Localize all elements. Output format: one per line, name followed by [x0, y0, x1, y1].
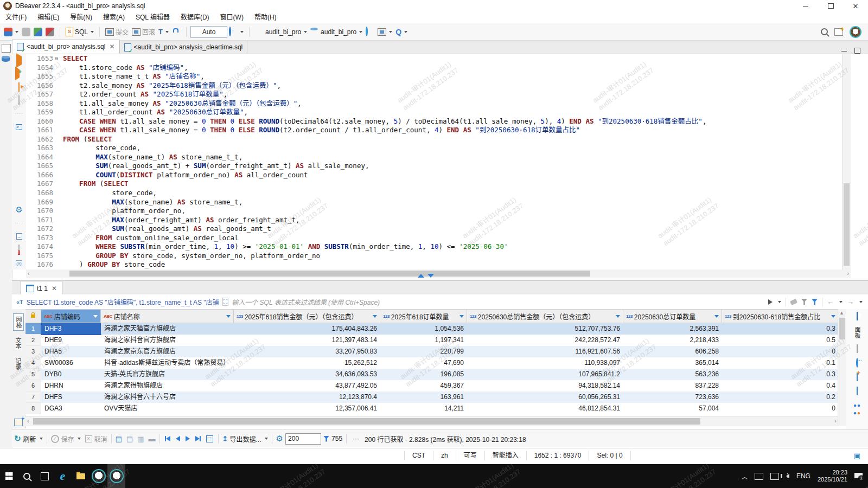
menu-item[interactable]: 导航(N)	[65, 12, 98, 23]
filter-outline-icon[interactable]	[801, 299, 807, 305]
table-cell[interactable]: 海澜之家得物旗舰店	[101, 380, 234, 391]
taskbar-search-button[interactable]	[18, 464, 36, 488]
result-settings-button[interactable]: ⚙	[274, 434, 285, 444]
table-cell[interactable]: 15,262,512	[234, 357, 380, 369]
table-cell[interactable]: 0	[722, 346, 838, 357]
delete-row-button[interactable]: ▬	[146, 435, 158, 443]
sql-console-button[interactable]: >_	[16, 123, 22, 130]
previous-row-button[interactable]	[176, 436, 180, 441]
table-cell[interactable]: 57,004	[623, 403, 722, 414]
table-row[interactable]: 5DYB0天猫-英氏官方旗舰店34,636,093.53196,085107,9…	[25, 369, 838, 380]
table-cell[interactable]: 365,014	[623, 357, 722, 369]
validate-script-button[interactable]	[18, 246, 20, 253]
column-header[interactable]: 1232025年618订单数量	[380, 309, 467, 323]
table-cell[interactable]: 107,965,841.2	[467, 369, 623, 380]
table-cell[interactable]: 抖音-adidas斯搏兹运动专卖店（常熟贸易）	[101, 357, 234, 369]
table-cell[interactable]: 459,367	[380, 380, 467, 391]
row-number-cell[interactable]: 2	[25, 335, 41, 346]
result-grid[interactable]: ABC店铺编码ABC店铺名称1232025年618销售金额（元）（包含运费）12…	[25, 309, 838, 415]
statusbar-language[interactable]: zh	[433, 451, 456, 460]
table-row[interactable]: 2DHE9海澜之家抖音官方旗舰店121,397,483.141,197,3412…	[25, 335, 838, 346]
execute-statement-button[interactable]	[16, 57, 22, 65]
sql-code-editor[interactable]: 1653⊖SELECT1654 t1.store_code AS "店铺编码",…	[26, 54, 842, 269]
row-number-cell[interactable]: 8	[25, 403, 41, 414]
chevron-down-icon[interactable]	[778, 301, 781, 303]
table-row[interactable]: 6DHRN海澜之家得物旗舰店43,877,492.05459,36794,318…	[25, 380, 838, 391]
chevron-down-icon[interactable]	[859, 301, 863, 303]
clear-filter-icon[interactable]	[790, 298, 797, 305]
database-selector[interactable]: audit_bi_pro	[309, 27, 364, 37]
table-cell[interactable]: 110,938,097	[467, 357, 623, 369]
table-cell[interactable]: 837,228	[623, 380, 722, 391]
column-header[interactable]: 1232025年618销售金额（元）（包含运费）	[234, 309, 380, 323]
table-cell[interactable]: 34,636,093.53	[234, 369, 380, 380]
minimize-button[interactable]	[793, 0, 818, 12]
table-row[interactable]: 1DHF3海澜之家天猫官方旗舰店175,404,843.261,054,5365…	[25, 323, 838, 335]
dbeaver-taskbar-button[interactable]	[90, 464, 107, 488]
save-button[interactable]: ✓保存	[49, 434, 83, 444]
table-cell[interactable]: 163,961	[380, 391, 467, 403]
usb-tray-icon[interactable]	[755, 473, 763, 480]
first-row-button[interactable]	[165, 436, 170, 441]
table-cell[interactable]: 116,921,607.56	[467, 346, 623, 357]
presentation-tab-grid[interactable]: 网格	[13, 313, 24, 331]
value-panel-button[interactable]	[857, 312, 858, 320]
chevron-down-icon[interactable]	[839, 301, 843, 303]
commit-mode-button[interactable]	[376, 27, 394, 37]
table-cell[interactable]: 0.2	[722, 391, 838, 403]
history-back-icon[interactable]: ←	[827, 298, 834, 306]
file-explorer-button[interactable]	[72, 464, 90, 488]
menu-item[interactable]: 数据库(D)	[175, 12, 215, 23]
rollback-button[interactable]: 回滚	[130, 26, 157, 37]
table-cell[interactable]: 1,054,536	[380, 323, 467, 335]
scroll-left-icon[interactable]: ‹	[27, 418, 29, 424]
network-button[interactable]	[364, 27, 376, 37]
table-cell[interactable]: 0	[722, 403, 838, 414]
table-cell[interactable]: 723,636	[623, 391, 722, 403]
scroll-up-icon[interactable]: ▲	[839, 310, 844, 316]
connect-button[interactable]	[20, 27, 32, 37]
export-result-button[interactable]: →	[16, 232, 22, 240]
internet-explorer-button[interactable]: e	[54, 464, 72, 488]
table-cell[interactable]: DGA3	[41, 403, 101, 414]
filter-input[interactable]: 输入一个 SQL 表达式来过滤结果 (使用 Ctrl+Space)	[232, 297, 768, 306]
table-cell[interactable]: 563,236	[623, 369, 722, 380]
column-header[interactable]: 12320250630总销售金额（元）（包含运费）	[467, 309, 623, 323]
column-header[interactable]: ABC店铺编码	[41, 309, 101, 323]
table-cell[interactable]: OVV天猫店	[101, 403, 234, 414]
scroll-right-icon[interactable]: ›	[834, 418, 837, 424]
table-cell[interactable]: 12,357,006.41	[234, 403, 380, 414]
table-cell[interactable]: 海澜之家天猫官方旗舰店	[101, 323, 234, 335]
transaction-mode-button[interactable]: T	[157, 27, 170, 37]
column-filter-icon[interactable]	[459, 315, 464, 318]
table-cell[interactable]: 14,211	[380, 403, 467, 414]
row-number-cell[interactable]: 5	[25, 369, 41, 380]
input-language[interactable]: ENG	[796, 472, 810, 480]
filter-icon[interactable]	[812, 299, 818, 305]
menu-item[interactable]: 文件(F)	[0, 12, 32, 23]
start-button[interactable]	[0, 464, 18, 488]
table-cell[interactable]: 0.4	[722, 380, 838, 391]
table-cell[interactable]: 606,258	[623, 346, 722, 357]
table-row[interactable]: 4SW00036抖音-adidas斯搏兹运动专卖店（常熟贸易）15,262,51…	[25, 357, 838, 369]
table-cell[interactable]: DHRN	[41, 380, 101, 391]
tx-history-button[interactable]	[227, 27, 245, 37]
table-row[interactable]: 8DGA3OVV天猫店12,357,006.4114,21146,812,854…	[25, 403, 838, 414]
table-cell[interactable]: 12,123,870.4	[234, 391, 380, 403]
open-console-icon[interactable]	[14, 419, 23, 426]
statusbar-timezone[interactable]: CST	[404, 451, 433, 460]
row-number-cell[interactable]: 6	[25, 380, 41, 391]
menu-item[interactable]: 编辑(E)	[32, 12, 65, 23]
disconnect-button[interactable]	[44, 27, 56, 37]
column-filter-icon[interactable]	[93, 315, 98, 318]
table-cell[interactable]: DHF3	[41, 323, 101, 335]
table-cell[interactable]: 220,799	[380, 346, 467, 357]
explain-plan-button[interactable]	[18, 97, 20, 104]
table-row[interactable]: 3DHA5海澜之家京东官方旗舰店33,207,950.83220,799116,…	[25, 346, 838, 357]
column-header[interactable]: 12320250630总订单数量	[623, 309, 722, 323]
expand-filter-icon[interactable]: ⛶	[222, 298, 229, 306]
calc-panel-button[interactable]	[857, 373, 858, 381]
editor-vertical-scrollbar[interactable]	[842, 54, 851, 269]
execute-script-button[interactable]	[18, 84, 20, 91]
presentation-tab-text[interactable]: 文本	[13, 335, 23, 351]
